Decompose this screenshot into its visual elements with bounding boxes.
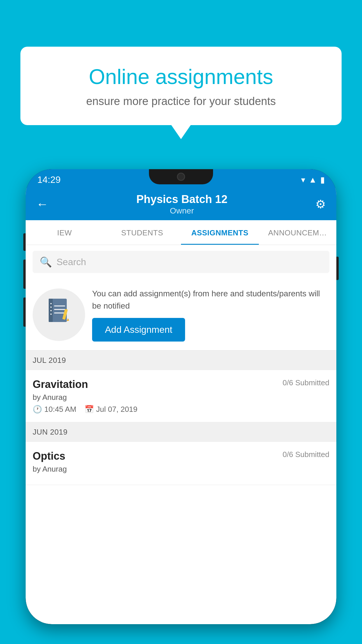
svg-rect-3 xyxy=(50,307,52,308)
assignment-by: by Anurag xyxy=(33,393,329,402)
notebook-icon xyxy=(46,297,72,332)
battery-icon: ▮ xyxy=(320,175,325,185)
top-bar-subtitle: Owner xyxy=(48,206,315,216)
search-icon: 🔍 xyxy=(40,256,52,268)
top-bar-title-area: Physics Batch 12 Owner xyxy=(48,193,315,216)
app-content: ← Physics Batch 12 Owner ⚙ IEW STUDENTS … xyxy=(26,188,336,624)
assignment-meta: 🕐 10:45 AM 📅 Jul 07, 2019 xyxy=(33,405,329,414)
svg-marker-10 xyxy=(67,318,69,321)
wifi-icon: ▾ xyxy=(301,175,305,185)
meta-date: 📅 Jul 07, 2019 xyxy=(85,405,138,414)
tab-bar: IEW STUDENTS ASSIGNMENTS ANNOUNCEM… xyxy=(26,220,336,245)
settings-button[interactable]: ⚙ xyxy=(315,197,326,211)
speech-bubble-container: Online assignments ensure more practice … xyxy=(20,47,342,125)
assignment-submitted: 0/6 Submitted xyxy=(283,378,329,387)
tab-announcements[interactable]: ANNOUNCEM… xyxy=(259,220,337,245)
assignment-submitted-optics: 0/6 Submitted xyxy=(283,450,329,459)
meta-date-value: Jul 07, 2019 xyxy=(96,405,138,414)
section-header-jun: JUN 2019 xyxy=(26,422,336,442)
assignment-name-optics: Optics xyxy=(33,450,65,462)
search-container: 🔍 Search xyxy=(26,245,336,279)
tab-students[interactable]: STUDENTS xyxy=(103,220,181,245)
phone-wrapper: 14:29 ▾ ▲ ▮ ← Physics Batch 12 Owner ⚙ I… xyxy=(26,169,336,644)
bubble-title: Online assignments xyxy=(41,64,321,89)
signal-icon: ▲ xyxy=(309,175,317,185)
promo-icon-circle xyxy=(33,288,85,341)
svg-rect-4 xyxy=(50,310,52,311)
promo-text-area: You can add assignment(s) from here and … xyxy=(92,288,329,342)
section-header-jul: JUL 2019 xyxy=(26,351,336,370)
status-time: 14:29 xyxy=(37,174,61,185)
clock-icon: 🕐 xyxy=(33,405,42,414)
assignment-item-optics[interactable]: Optics 0/6 Submitted by Anurag xyxy=(26,442,336,485)
back-button[interactable]: ← xyxy=(36,197,48,211)
calendar-icon: 📅 xyxy=(85,405,94,414)
assignment-by-optics: by Anurag xyxy=(33,465,329,474)
assignment-row-top-optics: Optics 0/6 Submitted xyxy=(33,450,329,462)
add-assignment-button[interactable]: Add Assignment xyxy=(92,318,185,342)
meta-time-value: 10:45 AM xyxy=(44,405,76,414)
search-placeholder: Search xyxy=(57,257,86,267)
status-icons: ▾ ▲ ▮ xyxy=(301,175,325,185)
side-button-left1 xyxy=(23,233,26,251)
svg-rect-5 xyxy=(50,314,52,315)
tab-iew[interactable]: IEW xyxy=(26,220,103,245)
notch-camera xyxy=(177,173,185,181)
search-bar[interactable]: 🔍 Search xyxy=(33,251,329,273)
assignment-name: Gravitation xyxy=(33,378,88,391)
top-bar-title: Physics Batch 12 xyxy=(48,193,315,206)
top-bar: ← Physics Batch 12 Owner ⚙ xyxy=(26,188,336,220)
notch xyxy=(149,169,213,184)
promo-description: You can add assignment(s) from here and … xyxy=(92,288,329,312)
assignment-item-gravitation[interactable]: Gravitation 0/6 Submitted by Anurag 🕐 10… xyxy=(26,370,336,422)
promo-section: You can add assignment(s) from here and … xyxy=(26,279,336,351)
phone-frame: 14:29 ▾ ▲ ▮ ← Physics Batch 12 Owner ⚙ I… xyxy=(26,169,336,624)
side-button-right xyxy=(336,257,339,280)
svg-rect-2 xyxy=(50,303,52,304)
bubble-subtitle: ensure more practice for your students xyxy=(41,95,321,108)
assignment-row-top: Gravitation 0/6 Submitted xyxy=(33,378,329,391)
side-button-left3 xyxy=(23,298,26,327)
meta-time: 🕐 10:45 AM xyxy=(33,405,76,414)
side-button-left2 xyxy=(23,260,26,289)
tab-assignments[interactable]: ASSIGNMENTS xyxy=(181,220,259,245)
speech-bubble: Online assignments ensure more practice … xyxy=(20,47,342,125)
